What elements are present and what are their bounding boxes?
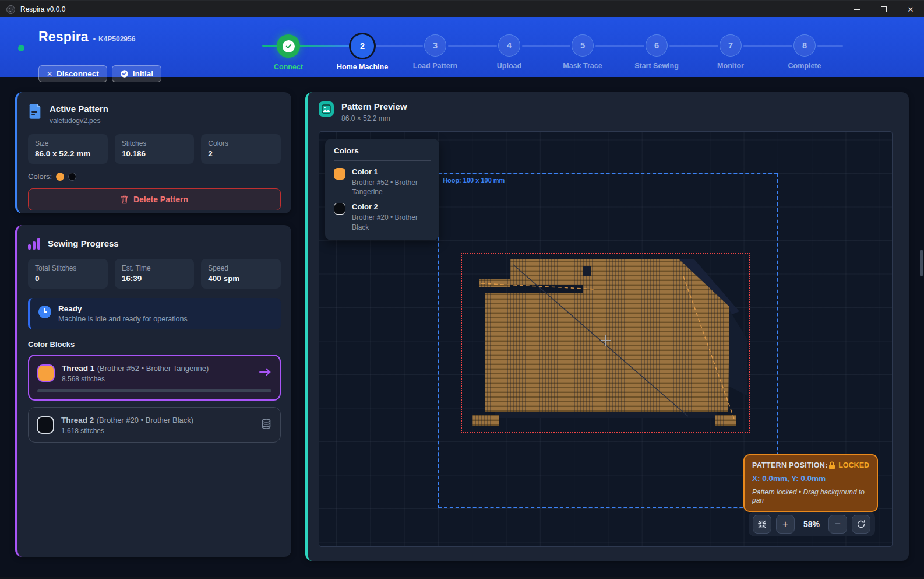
thread-progress-bar (37, 389, 271, 392)
trash-icon (121, 195, 128, 204)
card-title: Active Pattern (50, 104, 108, 114)
zoom-controls: + 58% − (749, 511, 875, 536)
hoop-label: Hoop: 100 x 100 mm (443, 177, 505, 184)
pattern-preview-card: Pattern Preview 86.0 × 52.2 mm Hoop: 100… (305, 92, 909, 561)
window-title: Respira v0.0.0 (20, 5, 65, 13)
maximize-button[interactable] (870, 1, 897, 17)
step-upload[interactable]: 4 Upload (474, 34, 544, 70)
step-connect[interactable]: Connect (253, 34, 323, 71)
minimize-icon (854, 9, 860, 10)
scrollbar-thumb[interactable] (920, 250, 923, 276)
step-start-sewing[interactable]: 6 Start Sewing (622, 34, 692, 70)
card-title: Sewing Progress (48, 238, 119, 248)
layers-icon (260, 418, 272, 432)
stat-est-time: Est. Time 16:39 (115, 259, 195, 289)
pattern-filename: valetudogv2.pes (50, 117, 108, 125)
stat-size: Size 86.0 x 52.2 mm (28, 134, 108, 164)
bar-chart-icon (28, 237, 40, 250)
active-pattern-card: Active Pattern valetudogv2.pes Size 86.0… (15, 92, 291, 213)
workflow-stepper: Connect 2 Home Machine 3 Load Pattern 4 … (0, 17, 924, 77)
document-icon (28, 104, 42, 120)
pattern-position-overlay: PATTERN POSITION: LOCKED X: 0.0mm, Y: 0.… (743, 454, 878, 512)
card-title: Pattern Preview (341, 101, 407, 111)
fit-view-icon (757, 520, 767, 529)
color-blocks-heading: Color Blocks (28, 340, 281, 349)
step-home-machine[interactable]: 2 Home Machine (327, 34, 397, 71)
colors-legend: Colors Color 1 Brother #52 • Brother Tan… (325, 139, 439, 240)
legend-item-color-1: Color 1 Brother #52 • Brother Tangerine (334, 167, 431, 196)
thread-1-row[interactable]: Thread 1 (Brother #52 • Brother Tangerin… (28, 355, 281, 401)
zoom-out-button[interactable]: − (828, 515, 847, 534)
step-monitor[interactable]: 7 Monitor (696, 34, 766, 70)
close-icon: ✕ (908, 5, 914, 14)
thread-2-row[interactable]: Thread 2 (Brother #20 • Brother Black) 1… (28, 407, 281, 443)
zoom-in-button[interactable]: + (776, 515, 795, 534)
stat-total-stitches: Total Stitches 0 (28, 259, 108, 289)
refresh-icon (856, 520, 866, 529)
preview-canvas[interactable]: Hoop: 100 x 100 mm (319, 131, 893, 547)
color-dot-orange (56, 173, 64, 181)
check-icon (283, 40, 295, 52)
center-crosshair-icon (601, 335, 611, 346)
stat-speed: Speed 400 spm (201, 259, 281, 289)
step-mask-trace[interactable]: 5 Mask Trace (548, 34, 618, 70)
app-window: Respira v0.0.0 ✕ Respira •K4P502956 ✕ Di… (0, 0, 924, 579)
fit-view-button[interactable] (753, 515, 771, 534)
lock-icon (828, 461, 835, 469)
minimize-button[interactable] (844, 1, 870, 17)
clock-icon (38, 306, 51, 318)
machine-status-banner: Ready Machine is idle and ready for oper… (28, 298, 281, 329)
thread-color-swatch (37, 416, 54, 434)
arrow-right-icon (259, 367, 271, 379)
thread-color-swatch (37, 364, 55, 382)
bottom-divider (0, 577, 924, 577)
image-icon (319, 101, 334, 117)
legend-swatch-black (334, 203, 345, 215)
minus-icon: − (835, 518, 841, 530)
plus-icon: + (782, 518, 788, 530)
delete-pattern-button[interactable]: Delete Pattern (28, 188, 281, 210)
pan-hint: Pattern locked • Drag background to pan (752, 488, 869, 504)
close-button[interactable]: ✕ (897, 1, 924, 17)
zoom-level: 58% (799, 520, 824, 529)
stat-stitches: Stitches 10.186 (115, 134, 195, 164)
pattern-dimensions: 86.0 × 52.2 mm (341, 114, 407, 122)
step-complete[interactable]: 8 Complete (770, 34, 840, 70)
colors-label: Colors: (28, 172, 52, 181)
reset-view-button[interactable] (852, 515, 870, 534)
legend-item-color-2: Color 2 Brother #20 • Brother Black (334, 202, 431, 231)
titlebar: Respira v0.0.0 ✕ (0, 0, 924, 17)
stat-colors: Colors 2 (201, 134, 281, 164)
color-dot-black (68, 173, 76, 181)
step-load-pattern[interactable]: 3 Load Pattern (400, 34, 470, 70)
pattern-coordinates: X: 0.0mm, Y: 0.0mm (752, 474, 869, 483)
locked-badge: LOCKED (838, 461, 869, 469)
app-logo-icon (6, 5, 15, 14)
maximize-icon (881, 6, 887, 12)
sewing-progress-card: Sewing Progress Total Stitches 0 Est. Ti… (15, 225, 291, 557)
legend-swatch-orange (334, 168, 345, 180)
header: Respira •K4P502956 ✕ Disconnect Initial (0, 17, 924, 77)
